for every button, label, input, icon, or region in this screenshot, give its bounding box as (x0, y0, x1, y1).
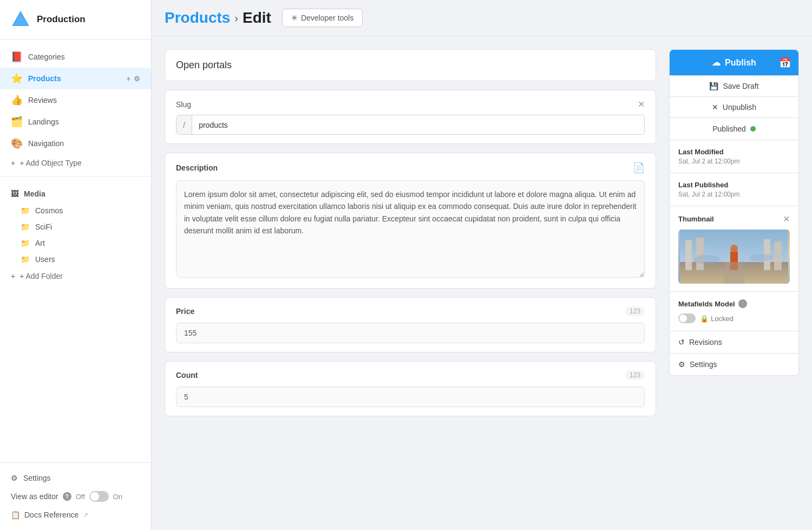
save-draft-button[interactable]: 💾 Save Draft (670, 75, 798, 96)
svg-rect-7 (774, 241, 782, 270)
svg-point-12 (749, 254, 773, 261)
svg-rect-5 (696, 238, 704, 270)
sidebar-item-label: Landings (28, 117, 59, 126)
slug-close-button[interactable]: ✕ (638, 99, 645, 109)
media-header: 🖼 Media (0, 185, 151, 202)
last-published-section: Last Published Sat, Jul 2 at 12:00pm (670, 173, 798, 206)
svg-marker-10 (723, 262, 745, 284)
products-actions: + ⚙ (126, 75, 140, 83)
media-section: 🖼 Media 📁 Cosmos 📁 SciFi 📁 Art 📁 Users + (0, 181, 151, 289)
slug-header: Slug ✕ (176, 99, 645, 109)
breadcrumb: Products › Edit (165, 9, 271, 27)
right-card: ☁ Publish 📅 💾 Save Draft ✕ Unpublish Pub… (669, 49, 799, 376)
settings-button[interactable]: ⚙ Settings (11, 469, 140, 487)
slug-input[interactable] (192, 116, 644, 134)
folder-icon: 📁 (21, 206, 30, 215)
add-folder-button[interactable]: + + Add Folder (0, 267, 151, 285)
slug-label: Slug (176, 100, 191, 109)
external-link-icon: ↗ (83, 511, 88, 519)
add-object-type-button[interactable]: + + Add Object Type (0, 154, 151, 172)
sidebar-item-label: Reviews (28, 96, 57, 104)
categories-icon: 📕 (11, 51, 23, 63)
folder-icon: 📁 (21, 255, 30, 264)
publish-button[interactable]: ☁ Publish 📅 (670, 50, 798, 75)
folder-scifi[interactable]: 📁 SciFi (0, 219, 151, 235)
folder-art[interactable]: 📁 Art (0, 235, 151, 251)
metafields-toggle[interactable] (678, 313, 696, 323)
folder-users[interactable]: 📁 Users (0, 251, 151, 267)
thumbnail-image[interactable] (678, 230, 790, 284)
sidebar-item-categories[interactable]: 📕 Categories (0, 46, 151, 68)
last-modified-label: Last Modified (678, 148, 790, 156)
sidebar-item-products[interactable]: ⭐ Products + ⚙ (0, 68, 151, 89)
price-card: Price 123 (165, 297, 656, 352)
title-card (165, 49, 656, 81)
panel-settings-icon: ⚙ (678, 360, 685, 369)
calendar-icon: 📅 (779, 57, 791, 69)
gear-icon: ⚙ (11, 474, 18, 482)
sidebar-item-reviews[interactable]: 👍 Reviews (0, 89, 151, 111)
slug-card: Slug ✕ / (165, 90, 656, 144)
revisions-button[interactable]: ↺ Revisions (670, 331, 798, 353)
right-panel: ☁ Publish 📅 💾 Save Draft ✕ Unpublish Pub… (669, 49, 799, 517)
navigation-icon: 🎨 (11, 138, 23, 149)
count-label: Count (176, 371, 198, 379)
help-icon[interactable]: ? (63, 492, 71, 501)
main-area: Products › Edit ✳ Developer tools Slug ✕ (152, 0, 812, 530)
svg-point-11 (693, 255, 721, 264)
products-icon: ⭐ (11, 73, 23, 84)
panel-settings-button[interactable]: ⚙ Settings (670, 353, 798, 375)
description-textarea[interactable]: Lorem ipsum dolor sit amet, consectetur … (176, 180, 645, 278)
price-input[interactable] (176, 323, 645, 343)
sidebar-item-label: Products (28, 74, 61, 83)
sidebar-item-landings[interactable]: 🗂️ Landings (0, 111, 151, 133)
app-name: Production (37, 14, 86, 25)
toggle-on-label: On (113, 493, 122, 501)
published-status: Published (670, 117, 798, 140)
metafields-header: Metafields Model ? (678, 299, 790, 308)
view-as-editor: View as editor ? Off On (11, 487, 140, 506)
locked-label: 🔒 Locked (700, 315, 734, 323)
metafields-help-icon[interactable]: ? (738, 299, 747, 308)
slug-input-row: / (176, 115, 645, 135)
settings-product-icon[interactable]: ⚙ (134, 75, 140, 83)
view-editor-toggle[interactable] (89, 491, 109, 502)
price-header: Price 123 (176, 306, 645, 316)
folder-cosmos[interactable]: 📁 Cosmos (0, 202, 151, 219)
thumbnail-section: Thumbnail ✕ (670, 206, 798, 291)
landings-icon: 🗂️ (11, 116, 23, 128)
save-icon: 💾 (709, 82, 718, 90)
add-icon: + (11, 159, 15, 167)
thumbnail-svg (678, 230, 790, 284)
thumbnail-close-button[interactable]: ✕ (783, 214, 790, 224)
sidebar: Production 📕 Categories ⭐ Products + ⚙ 👍… (0, 0, 152, 530)
lock-icon: 🔒 (700, 315, 709, 323)
docs-reference-link[interactable]: 📋 Docs Reference ↗ (11, 506, 140, 524)
locked-row: 🔒 Locked (678, 313, 790, 323)
unpublish-button[interactable]: ✕ Unpublish (670, 96, 798, 117)
title-input[interactable] (165, 50, 656, 81)
breadcrumb-products[interactable]: Products (165, 9, 230, 27)
add-product-icon[interactable]: + (126, 75, 130, 83)
last-modified-value: Sat, Jul 2 at 12:00pm (678, 158, 790, 165)
sidebar-header: Production (0, 0, 151, 40)
toggle-off-label: Off (76, 493, 85, 501)
published-label: Published (712, 125, 746, 133)
dev-tools-button[interactable]: ✳ Developer tools (282, 9, 363, 27)
view-as-editor-label: View as editor (11, 492, 58, 501)
description-icon[interactable]: 📄 (633, 162, 645, 174)
docs-icon: 📋 (11, 511, 20, 519)
price-type-badge: 123 (625, 306, 645, 316)
folder-icon: 📁 (21, 239, 30, 247)
description-card: Description 📄 Lorem ipsum dolor sit amet… (165, 153, 656, 289)
last-published-label: Last Published (678, 181, 790, 189)
sidebar-item-label: Navigation (28, 139, 64, 148)
last-modified-section: Last Modified Sat, Jul 2 at 12:00pm (670, 140, 798, 173)
revisions-icon: ↺ (678, 338, 685, 346)
count-card: Count 123 (165, 361, 656, 416)
count-input[interactable] (176, 387, 645, 407)
main-content: Slug ✕ / Description 📄 Lorem ipsum dolor… (152, 36, 812, 530)
breadcrumb-edit: Edit (243, 9, 271, 27)
svg-rect-4 (685, 240, 692, 270)
sidebar-item-navigation[interactable]: 🎨 Navigation (0, 133, 151, 154)
